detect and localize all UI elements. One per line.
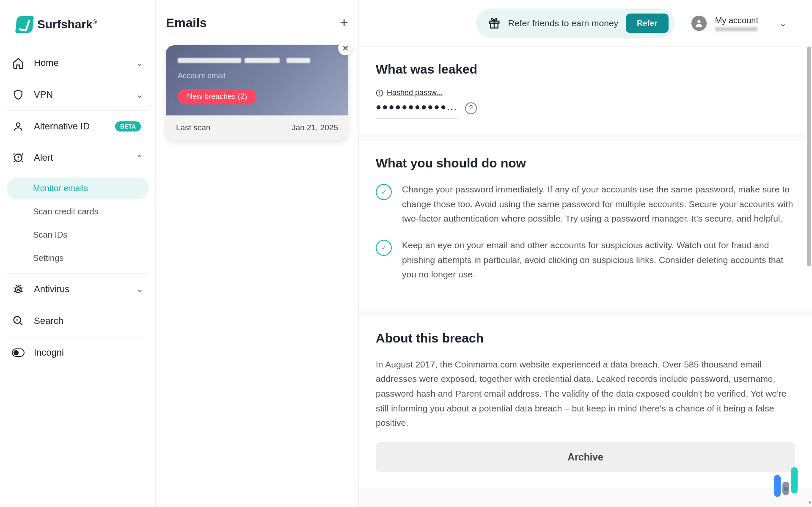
todo-title: What you should do now bbox=[376, 156, 795, 170]
nav-vpn[interactable]: VPN ⌄ bbox=[7, 79, 149, 111]
breach-content: What was leaked Hashed passw... ●●●●●●●●… bbox=[359, 47, 812, 507]
sidebar: Surfshark® Home ⌄ VPN ⌄ Alternative ID B… bbox=[0, 0, 156, 507]
nav-alert-label: Alert bbox=[34, 152, 53, 163]
account-email-label: Account email bbox=[178, 71, 336, 80]
chevron-down-icon: ⌄ bbox=[136, 284, 143, 295]
refer-button[interactable]: Refer bbox=[626, 14, 669, 33]
leaked-title: What was leaked bbox=[376, 62, 795, 77]
account-label: My account bbox=[715, 16, 758, 25]
advice-item: ✓ Keep an eye on your email and other ac… bbox=[376, 238, 795, 282]
check-icon: ✓ bbox=[376, 240, 392, 256]
scrollbar[interactable] bbox=[807, 47, 811, 499]
last-scan-label: Last scan bbox=[176, 123, 210, 132]
scroll-down-icon[interactable]: ▾ bbox=[809, 499, 811, 505]
nav-home-label: Home bbox=[34, 58, 59, 69]
chevron-down-icon: ⌄ bbox=[779, 18, 787, 28]
svg-point-8 bbox=[697, 20, 700, 23]
toggle-icon bbox=[12, 346, 25, 359]
leaked-item-label: Hashed passw... bbox=[387, 88, 443, 97]
archive-button[interactable]: Archive bbox=[376, 442, 795, 472]
search-icon bbox=[12, 315, 25, 327]
subnav-scan-cards[interactable]: Scan credit cards bbox=[7, 201, 149, 222]
chat-widget[interactable] bbox=[774, 467, 798, 497]
email-card[interactable]: ✕ Account email New breaches (2) Last sc… bbox=[166, 45, 348, 140]
chevron-down-icon: ⌄ bbox=[136, 89, 143, 100]
breach-badge: New breaches (2) bbox=[178, 89, 256, 104]
brand-logo: Surfshark® bbox=[16, 16, 149, 33]
shield-icon bbox=[12, 88, 25, 101]
nav-alert[interactable]: Alert ⌄ bbox=[7, 142, 149, 173]
nav-incogni-label: Incogni bbox=[34, 347, 64, 358]
brand-name: Surfshark® bbox=[37, 18, 97, 31]
alert-icon bbox=[12, 151, 25, 164]
nav-altid[interactable]: Alternative ID BETA bbox=[7, 111, 149, 142]
svg-point-5 bbox=[14, 350, 19, 355]
topbar: Refer friends to earn money Refer My acc… bbox=[359, 0, 812, 47]
advice-item: ✓ Change your password immediately. If a… bbox=[376, 182, 795, 226]
scrollbar-thumb[interactable] bbox=[807, 47, 811, 266]
gift-icon bbox=[488, 17, 501, 30]
nav-altid-label: Alternative ID bbox=[34, 121, 90, 132]
nav-search-label: Search bbox=[34, 315, 63, 326]
avatar-icon bbox=[691, 16, 707, 31]
home-icon bbox=[12, 57, 25, 69]
person-icon bbox=[12, 120, 25, 133]
nav-search[interactable]: Search bbox=[7, 305, 149, 337]
last-scan-date: Jan 21, 2025 bbox=[292, 123, 338, 132]
about-title: About this breach bbox=[376, 331, 795, 345]
check-icon: ✓ bbox=[376, 184, 392, 200]
leaked-value-masked: ●●●●●●●●●●●... bbox=[376, 101, 457, 112]
account-email-redacted bbox=[715, 27, 757, 31]
advice-text: Change your password immediately. If any… bbox=[402, 182, 795, 226]
chevron-down-icon: ⌄ bbox=[136, 58, 143, 69]
subnav-scan-ids[interactable]: Scan IDs bbox=[7, 224, 149, 246]
leaked-item[interactable]: Hashed passw... ●●●●●●●●●●●... bbox=[376, 88, 457, 119]
warning-icon bbox=[376, 89, 383, 97]
subnav-monitor-emails[interactable]: Monitor emails bbox=[7, 178, 149, 199]
account-menu[interactable]: My account ⌄ bbox=[691, 16, 787, 31]
subnav-settings[interactable]: Settings bbox=[7, 247, 149, 269]
chevron-up-icon: ⌄ bbox=[136, 152, 143, 163]
emails-column: Emails + ✕ Account email New breaches (2… bbox=[156, 0, 359, 507]
advice-text: Keep an eye on your email and other acco… bbox=[402, 238, 795, 282]
nav-vpn-label: VPN bbox=[34, 89, 53, 100]
close-card-button[interactable]: ✕ bbox=[338, 41, 352, 55]
emails-title: Emails bbox=[166, 16, 207, 30]
nav-home[interactable]: Home ⌄ bbox=[7, 47, 149, 79]
nav-antivirus[interactable]: Antivirus ⌄ bbox=[7, 274, 149, 305]
refer-banner: Refer friends to earn money Refer bbox=[476, 8, 674, 38]
main-panel: Refer friends to earn money Refer My acc… bbox=[359, 0, 812, 507]
logo-icon bbox=[15, 16, 34, 33]
about-text: In August 2017, the Coinmama.com website… bbox=[376, 357, 795, 430]
add-email-button[interactable]: + bbox=[340, 14, 348, 31]
beta-badge: BETA bbox=[115, 121, 141, 132]
svg-point-0 bbox=[17, 123, 20, 126]
bug-icon bbox=[12, 283, 25, 296]
refer-text: Refer friends to earn money bbox=[508, 18, 618, 28]
nav-incogni[interactable]: Incogni bbox=[7, 337, 149, 368]
help-icon[interactable]: ? bbox=[465, 102, 477, 114]
nav-antivirus-label: Antivirus bbox=[34, 284, 69, 295]
alert-submenu: Monitor emails Scan credit cards Scan ID… bbox=[7, 173, 149, 274]
